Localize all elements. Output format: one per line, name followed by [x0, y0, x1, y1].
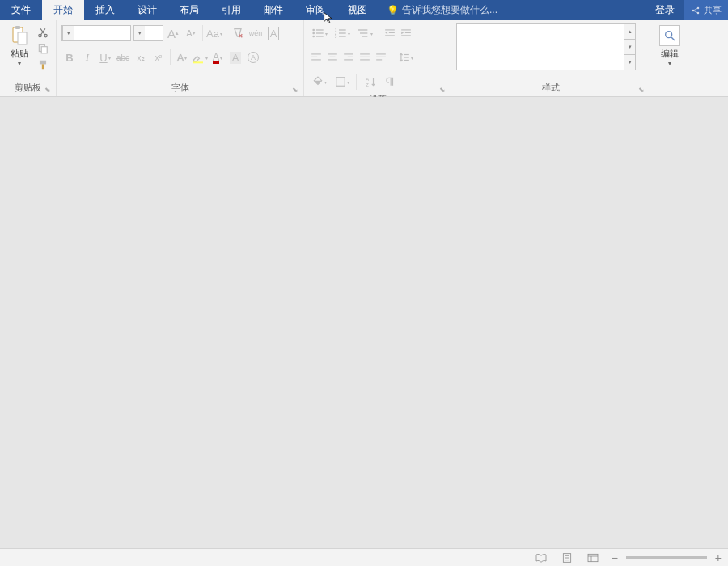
svg-rect-42: [344, 59, 353, 60]
group-editing-label: [650, 82, 689, 96]
styles-gallery[interactable]: ▴ ▾ ▾: [456, 23, 636, 70]
svg-text:Z: Z: [366, 82, 369, 87]
italic-button[interactable]: I: [79, 49, 95, 65]
font-color-button[interactable]: A▾: [210, 49, 226, 65]
paste-button[interactable]: 粘贴 ▾: [5, 23, 34, 68]
ribbon: 粘贴 ▾ 剪贴板 ⬊ ▾: [0, 20, 728, 97]
svg-rect-22: [339, 32, 346, 33]
svg-rect-48: [376, 59, 382, 60]
copy-button[interactable]: [36, 41, 50, 56]
gallery-down-button[interactable]: ▾: [624, 40, 635, 55]
svg-rect-27: [362, 36, 368, 36]
show-marks-button[interactable]: [383, 74, 397, 89]
web-layout-button[interactable]: [586, 551, 600, 564]
gallery-more-button[interactable]: ▾: [624, 55, 635, 70]
strikethrough-button[interactable]: abc: [115, 49, 131, 65]
tell-me-placeholder: 告诉我您想要做什么...: [402, 3, 497, 17]
tab-mailings[interactable]: 邮件: [252, 0, 294, 20]
svg-rect-32: [405, 32, 411, 33]
tab-home[interactable]: 开始: [42, 0, 84, 20]
svg-rect-10: [40, 61, 46, 65]
clipboard-launcher[interactable]: ⬊: [43, 85, 53, 95]
font-size-dropdown[interactable]: ▾: [133, 26, 145, 40]
chevron-down-icon: ▾: [668, 61, 671, 66]
underline-button[interactable]: U▾: [97, 49, 113, 65]
sign-in-button[interactable]: 登录: [645, 0, 684, 20]
shrink-font-button[interactable]: A▾: [183, 25, 199, 41]
subscript-button[interactable]: x₂: [133, 49, 149, 65]
svg-rect-29: [389, 32, 395, 33]
svg-rect-47: [376, 57, 386, 57]
format-painter-button[interactable]: [36, 57, 50, 72]
numbering-button[interactable]: 123▾: [332, 26, 353, 40]
font-name-combo[interactable]: ▾: [61, 25, 131, 41]
bullets-button[interactable]: ▾: [309, 26, 330, 40]
status-bar: − +: [0, 548, 728, 566]
text-effects-button[interactable]: A▾: [174, 49, 190, 65]
clear-formatting-button[interactable]: [230, 25, 246, 41]
svg-rect-39: [328, 59, 337, 60]
decrease-indent-button[interactable]: [383, 26, 397, 40]
increase-indent-button[interactable]: [399, 26, 413, 40]
font-size-combo[interactable]: ▾: [133, 25, 163, 41]
svg-rect-28: [385, 29, 395, 30]
tab-design[interactable]: 设计: [126, 0, 168, 20]
align-justify-button[interactable]: [358, 50, 372, 65]
print-layout-button[interactable]: [560, 551, 574, 564]
grow-font-button[interactable]: A▴: [165, 25, 181, 41]
char-shading-button[interactable]: A: [227, 49, 243, 65]
font-name-dropdown[interactable]: ▾: [62, 26, 74, 40]
highlight-button[interactable]: ▾: [192, 49, 208, 65]
align-right-button[interactable]: [341, 50, 356, 65]
tab-references[interactable]: 引用: [210, 0, 252, 20]
multilevel-list-button[interactable]: ▾: [354, 26, 375, 40]
zoom-out-button[interactable]: −: [612, 551, 618, 564]
svg-rect-4: [15, 26, 20, 29]
align-distributed-button[interactable]: [374, 50, 388, 65]
enclose-char-button[interactable]: A: [245, 49, 261, 65]
share-button[interactable]: 共享: [684, 0, 728, 20]
styles-launcher[interactable]: ⬊: [637, 85, 646, 95]
char-border-button[interactable]: A: [265, 25, 281, 41]
group-font-label: 字体: [57, 82, 303, 96]
superscript-button[interactable]: x²: [150, 49, 167, 65]
zoom-controls: − +: [612, 551, 722, 564]
svg-rect-45: [360, 59, 370, 60]
tab-layout[interactable]: 布局: [168, 0, 210, 20]
svg-point-0: [692, 9, 695, 11]
tab-review[interactable]: 审阅: [294, 0, 336, 20]
tell-me-search[interactable]: 💡 告诉我您想要做什么...: [379, 0, 645, 20]
bold-button[interactable]: B: [61, 49, 78, 65]
svg-rect-43: [360, 53, 370, 54]
tab-view[interactable]: 视图: [336, 0, 379, 20]
paste-label: 粘贴: [11, 48, 28, 60]
styles-gallery-body[interactable]: [457, 24, 624, 70]
phonetic-guide-button[interactable]: wén: [248, 25, 264, 41]
font-launcher[interactable]: ⬊: [290, 85, 300, 95]
svg-rect-24: [339, 36, 346, 36]
svg-point-55: [666, 32, 672, 38]
change-case-button[interactable]: Aa▾: [206, 25, 222, 41]
sort-button[interactable]: AZ: [360, 74, 381, 89]
gallery-up-button[interactable]: ▴: [624, 24, 635, 40]
svg-rect-37: [328, 53, 337, 54]
svg-rect-41: [348, 57, 353, 57]
zoom-slider[interactable]: [626, 556, 707, 559]
menu-tab-bar: 文件 开始 插入 设计 布局 引用 邮件 审阅 视图 💡 告诉我您想要做什么..…: [0, 0, 728, 20]
tab-insert[interactable]: 插入: [84, 0, 126, 20]
shading-button[interactable]: ▾: [309, 74, 330, 89]
borders-button[interactable]: ▾: [332, 74, 353, 89]
find-button[interactable]: 编辑 ▾: [655, 23, 684, 68]
align-left-button[interactable]: [309, 50, 324, 65]
paragraph-launcher[interactable]: ⬊: [438, 85, 447, 95]
tab-file[interactable]: 文件: [0, 0, 42, 20]
svg-point-13: [312, 29, 315, 32]
line-spacing-button[interactable]: ▾: [396, 50, 417, 65]
group-styles: ▴ ▾ ▾ 样式 ⬊: [451, 20, 650, 96]
zoom-in-button[interactable]: +: [715, 551, 722, 564]
read-mode-button[interactable]: [534, 551, 548, 564]
document-area[interactable]: [0, 97, 728, 548]
svg-rect-26: [360, 32, 367, 33]
cut-button[interactable]: [36, 25, 50, 40]
align-center-button[interactable]: [325, 50, 340, 65]
